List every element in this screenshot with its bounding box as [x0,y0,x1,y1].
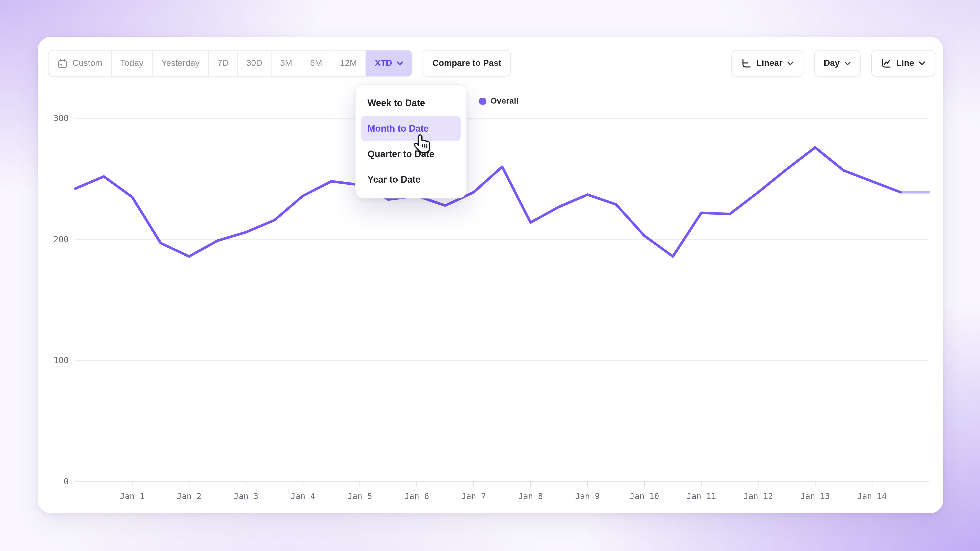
svg-text:Jan 4: Jan 4 [291,491,315,501]
svg-text:200: 200 [53,234,68,245]
xtd-dropdown-menu: Week to Date Month to Date Quarter to Da… [355,84,466,198]
menu-item-label: Year to Date [368,174,421,185]
menu-item-label: Month to Date [368,123,429,134]
svg-text:Jan 5: Jan 5 [348,491,372,501]
svg-text:300: 300 [53,113,68,123]
page-background: Custom Today Yesterday 7D 30D 3M 6M 12M … [0,0,980,551]
svg-text:Jan 8: Jan 8 [518,491,543,501]
svg-text:Jan 2: Jan 2 [177,491,201,501]
menu-item-week-to-date[interactable]: Week to Date [361,90,461,116]
svg-text:Jan 3: Jan 3 [234,491,258,501]
y-axis-labels: 0100200300 [53,113,68,486]
svg-text:0: 0 [64,476,68,486]
series-line-overall [75,148,900,256]
menu-item-label: Week to Date [368,98,425,108]
svg-text:Jan 10: Jan 10 [630,491,659,501]
svg-text:100: 100 [53,355,68,365]
menu-item-quarter-to-date[interactable]: Quarter to Date [361,141,461,167]
gridlines [75,118,929,482]
svg-text:Jan 13: Jan 13 [800,491,830,501]
svg-text:Jan 11: Jan 11 [687,491,716,501]
menu-item-year-to-date[interactable]: Year to Date [361,167,461,192]
svg-text:Jan 6: Jan 6 [404,491,429,501]
menu-item-month-to-date[interactable]: Month to Date [361,116,461,141]
svg-text:Jan 1: Jan 1 [120,491,145,501]
chart-card: Custom Today Yesterday 7D 30D 3M 6M 12M … [38,37,943,513]
svg-text:Jan 9: Jan 9 [575,491,600,501]
x-axis-labels: Jan 1Jan 2Jan 3Jan 4Jan 5Jan 6Jan 7Jan 8… [120,482,887,501]
line-chart[interactable]: 0100200300Jan 1Jan 2Jan 3Jan 4Jan 5Jan 6… [38,37,943,512]
svg-text:Jan 7: Jan 7 [461,491,486,501]
svg-text:Jan 14: Jan 14 [857,491,887,501]
svg-text:Jan 12: Jan 12 [743,491,773,501]
hand-pointer-cursor [414,134,432,155]
